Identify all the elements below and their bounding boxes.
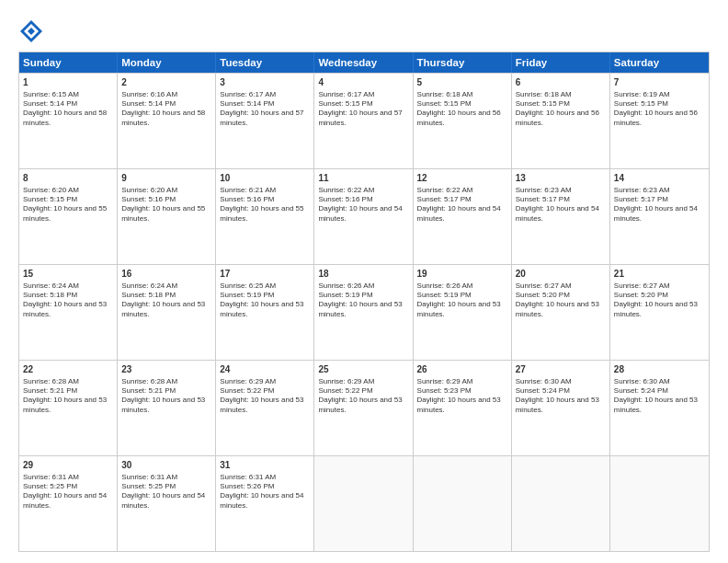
cell-info: Sunrise: 6:31 AM Sunset: 5:26 PM Dayligh…	[220, 473, 310, 511]
day-number: 9	[121, 172, 211, 185]
day-number: 6	[516, 76, 606, 89]
cell-info: Sunrise: 6:27 AM Sunset: 5:20 PM Dayligh…	[516, 282, 606, 320]
calendar-body: 1Sunrise: 6:15 AM Sunset: 5:14 PM Daylig…	[19, 73, 709, 551]
cell-info: Sunrise: 6:28 AM Sunset: 5:21 PM Dayligh…	[23, 377, 113, 416]
calendar-cell	[512, 456, 610, 551]
calendar-cell: 4Sunrise: 6:17 AM Sunset: 5:15 PM Daylig…	[314, 74, 413, 168]
cell-info: Sunrise: 6:23 AM Sunset: 5:17 PM Dayligh…	[516, 186, 606, 224]
calendar-header: SundayMondayTuesdayWednesdayThursdayFrid…	[19, 52, 709, 73]
cell-info: Sunrise: 6:18 AM Sunset: 5:15 PM Dayligh…	[516, 90, 606, 129]
cell-info: Sunrise: 6:30 AM Sunset: 5:24 PM Dayligh…	[516, 377, 606, 416]
day-number: 1	[23, 76, 113, 89]
cell-info: Sunrise: 6:20 AM Sunset: 5:15 PM Dayligh…	[23, 186, 113, 224]
calendar-cell	[610, 456, 709, 551]
day-number: 21	[614, 268, 705, 281]
cell-info: Sunrise: 6:19 AM Sunset: 5:15 PM Dayligh…	[614, 90, 705, 129]
day-number: 13	[516, 172, 606, 185]
cell-info: Sunrise: 6:22 AM Sunset: 5:16 PM Dayligh…	[318, 186, 408, 224]
cell-info: Sunrise: 6:17 AM Sunset: 5:14 PM Dayligh…	[220, 90, 310, 129]
calendar-cell: 5Sunrise: 6:18 AM Sunset: 5:15 PM Daylig…	[414, 74, 512, 168]
cell-info: Sunrise: 6:29 AM Sunset: 5:23 PM Dayligh…	[417, 377, 507, 416]
cell-info: Sunrise: 6:22 AM Sunset: 5:17 PM Dayligh…	[417, 186, 507, 224]
calendar-cell: 9Sunrise: 6:20 AM Sunset: 5:16 PM Daylig…	[118, 169, 216, 264]
cell-info: Sunrise: 6:24 AM Sunset: 5:18 PM Dayligh…	[121, 282, 211, 320]
calendar-cell: 31Sunrise: 6:31 AM Sunset: 5:26 PM Dayli…	[216, 456, 314, 551]
calendar: SundayMondayTuesdayWednesdayThursdayFrid…	[18, 52, 710, 552]
calendar-cell: 1Sunrise: 6:15 AM Sunset: 5:14 PM Daylig…	[19, 74, 118, 168]
day-number: 27	[516, 363, 606, 376]
day-number: 15	[23, 268, 113, 281]
day-number: 31	[220, 459, 310, 472]
cell-info: Sunrise: 6:27 AM Sunset: 5:20 PM Dayligh…	[614, 282, 705, 320]
cell-info: Sunrise: 6:24 AM Sunset: 5:18 PM Dayligh…	[23, 282, 113, 320]
calendar-week-3: 15Sunrise: 6:24 AM Sunset: 5:18 PM Dayli…	[19, 264, 709, 360]
calendar-cell: 12Sunrise: 6:22 AM Sunset: 5:17 PM Dayli…	[414, 169, 512, 264]
calendar-cell	[414, 456, 512, 551]
cell-info: Sunrise: 6:16 AM Sunset: 5:14 PM Dayligh…	[121, 90, 211, 129]
header	[18, 15, 710, 44]
header-day-thursday: Thursday	[414, 52, 512, 73]
calendar-cell: 26Sunrise: 6:29 AM Sunset: 5:23 PM Dayli…	[414, 361, 512, 455]
calendar-cell: 19Sunrise: 6:26 AM Sunset: 5:19 PM Dayli…	[414, 265, 512, 360]
calendar-cell: 10Sunrise: 6:21 AM Sunset: 5:16 PM Dayli…	[216, 169, 314, 264]
calendar-cell: 8Sunrise: 6:20 AM Sunset: 5:15 PM Daylig…	[19, 169, 118, 264]
calendar-cell: 20Sunrise: 6:27 AM Sunset: 5:20 PM Dayli…	[512, 265, 610, 360]
cell-info: Sunrise: 6:18 AM Sunset: 5:15 PM Dayligh…	[417, 90, 507, 129]
header-day-wednesday: Wednesday	[314, 52, 413, 73]
day-number: 17	[220, 268, 310, 281]
day-number: 20	[516, 268, 606, 281]
day-number: 30	[121, 459, 211, 472]
cell-info: Sunrise: 6:23 AM Sunset: 5:17 PM Dayligh…	[614, 186, 705, 224]
calendar-cell: 23Sunrise: 6:28 AM Sunset: 5:21 PM Dayli…	[118, 361, 216, 455]
day-number: 24	[220, 363, 310, 376]
day-number: 28	[614, 363, 705, 376]
header-day-friday: Friday	[512, 52, 610, 73]
day-number: 10	[220, 172, 310, 185]
cell-info: Sunrise: 6:15 AM Sunset: 5:14 PM Dayligh…	[23, 90, 113, 129]
day-number: 3	[220, 76, 310, 89]
day-number: 29	[23, 459, 113, 472]
day-number: 14	[614, 172, 705, 185]
day-number: 25	[318, 363, 408, 376]
cell-info: Sunrise: 6:21 AM Sunset: 5:16 PM Dayligh…	[220, 186, 310, 224]
calendar-cell: 7Sunrise: 6:19 AM Sunset: 5:15 PM Daylig…	[610, 74, 709, 168]
header-day-monday: Monday	[118, 52, 216, 73]
calendar-cell: 3Sunrise: 6:17 AM Sunset: 5:14 PM Daylig…	[216, 74, 314, 168]
day-number: 23	[121, 363, 211, 376]
calendar-week-5: 29Sunrise: 6:31 AM Sunset: 5:25 PM Dayli…	[19, 455, 709, 551]
day-number: 8	[23, 172, 113, 185]
cell-info: Sunrise: 6:17 AM Sunset: 5:15 PM Dayligh…	[318, 90, 408, 129]
cell-info: Sunrise: 6:20 AM Sunset: 5:16 PM Dayligh…	[121, 186, 211, 224]
calendar-week-1: 1Sunrise: 6:15 AM Sunset: 5:14 PM Daylig…	[19, 73, 709, 168]
calendar-week-2: 8Sunrise: 6:20 AM Sunset: 5:15 PM Daylig…	[19, 168, 709, 264]
calendar-cell: 29Sunrise: 6:31 AM Sunset: 5:25 PM Dayli…	[19, 456, 118, 551]
calendar-cell: 28Sunrise: 6:30 AM Sunset: 5:24 PM Dayli…	[610, 361, 709, 455]
cell-info: Sunrise: 6:29 AM Sunset: 5:22 PM Dayligh…	[220, 377, 310, 416]
calendar-cell: 2Sunrise: 6:16 AM Sunset: 5:14 PM Daylig…	[118, 74, 216, 168]
calendar-cell: 11Sunrise: 6:22 AM Sunset: 5:16 PM Dayli…	[314, 169, 413, 264]
calendar-cell: 6Sunrise: 6:18 AM Sunset: 5:15 PM Daylig…	[512, 74, 610, 168]
calendar-cell: 24Sunrise: 6:29 AM Sunset: 5:22 PM Dayli…	[216, 361, 314, 455]
cell-info: Sunrise: 6:26 AM Sunset: 5:19 PM Dayligh…	[417, 282, 507, 320]
day-number: 26	[417, 363, 507, 376]
day-number: 4	[318, 76, 408, 89]
day-number: 19	[417, 268, 507, 281]
calendar-week-4: 22Sunrise: 6:28 AM Sunset: 5:21 PM Dayli…	[19, 360, 709, 455]
calendar-cell: 30Sunrise: 6:31 AM Sunset: 5:25 PM Dayli…	[118, 456, 216, 551]
cell-info: Sunrise: 6:31 AM Sunset: 5:25 PM Dayligh…	[121, 473, 211, 511]
cell-info: Sunrise: 6:29 AM Sunset: 5:22 PM Dayligh…	[318, 377, 408, 416]
day-number: 5	[417, 76, 507, 89]
logo	[18, 18, 48, 44]
calendar-cell: 16Sunrise: 6:24 AM Sunset: 5:18 PM Dayli…	[118, 265, 216, 360]
cell-info: Sunrise: 6:31 AM Sunset: 5:25 PM Dayligh…	[23, 473, 113, 511]
day-number: 18	[318, 268, 408, 281]
cell-info: Sunrise: 6:25 AM Sunset: 5:19 PM Dayligh…	[220, 282, 310, 320]
day-number: 11	[318, 172, 408, 185]
calendar-cell: 17Sunrise: 6:25 AM Sunset: 5:19 PM Dayli…	[216, 265, 314, 360]
day-number: 22	[23, 363, 113, 376]
day-number: 12	[417, 172, 507, 185]
calendar-cell: 14Sunrise: 6:23 AM Sunset: 5:17 PM Dayli…	[610, 169, 709, 264]
page: SundayMondayTuesdayWednesdayThursdayFrid…	[0, 0, 728, 563]
calendar-cell: 22Sunrise: 6:28 AM Sunset: 5:21 PM Dayli…	[19, 361, 118, 455]
day-number: 7	[614, 76, 705, 89]
